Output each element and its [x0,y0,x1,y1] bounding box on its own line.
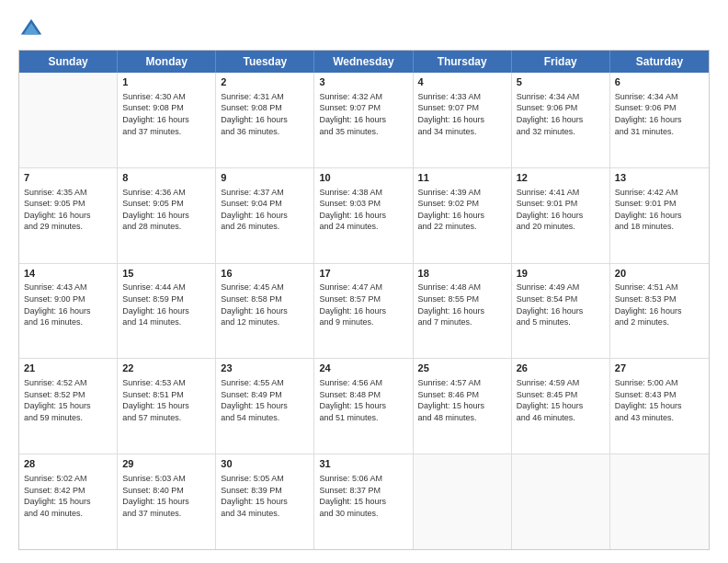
calendar-cell-day-20: 20Sunrise: 4:51 AM Sunset: 8:53 PM Dayli… [610,264,709,359]
calendar-cell-day-23: 23Sunrise: 4:55 AM Sunset: 8:49 PM Dayli… [216,359,314,454]
header-day-wednesday: Wednesday [314,51,413,73]
day-number: 10 [319,171,407,185]
cell-info: Sunrise: 4:45 AM Sunset: 8:58 PM Dayligh… [221,282,309,327]
cell-info: Sunrise: 4:41 AM Sunset: 9:01 PM Dayligh… [517,187,605,233]
calendar-cell-empty [414,454,512,549]
cell-info: Sunrise: 4:57 AM Sunset: 8:46 PM Dayligh… [418,377,506,423]
day-number: 6 [615,75,704,89]
calendar-cell-day-7: 7Sunrise: 4:35 AM Sunset: 9:05 PM Daylig… [19,168,118,263]
calendar-cell-day-15: 15Sunrise: 4:44 AM Sunset: 8:59 PM Dayli… [118,264,216,359]
day-number: 24 [319,362,407,375]
calendar-cell-day-4: 4Sunrise: 4:33 AM Sunset: 9:07 PM Daylig… [414,73,512,167]
cell-info: Sunrise: 4:49 AM Sunset: 8:54 PM Dayligh… [517,282,605,327]
cell-info: Sunrise: 4:32 AM Sunset: 9:07 PM Dayligh… [319,91,407,137]
calendar-cell-day-3: 3Sunrise: 4:32 AM Sunset: 9:07 PM Daylig… [314,73,413,167]
cell-info: Sunrise: 4:44 AM Sunset: 8:59 PM Dayligh… [122,282,210,327]
calendar-cell-day-25: 25Sunrise: 4:57 AM Sunset: 8:46 PM Dayli… [414,359,512,454]
day-number: 17 [319,267,407,281]
day-number: 18 [418,267,506,281]
day-number: 1 [122,75,210,89]
cell-info: Sunrise: 4:43 AM Sunset: 9:00 PM Dayligh… [24,282,112,327]
day-number: 5 [517,75,605,89]
cell-info: Sunrise: 4:48 AM Sunset: 8:55 PM Dayligh… [418,282,506,327]
day-number: 31 [319,457,407,471]
cell-info: Sunrise: 4:37 AM Sunset: 9:04 PM Dayligh… [221,187,309,233]
day-number: 12 [517,171,605,185]
cell-info: Sunrise: 5:05 AM Sunset: 8:39 PM Dayligh… [221,473,309,519]
cell-info: Sunrise: 4:36 AM Sunset: 9:05 PM Dayligh… [122,187,210,233]
cell-info: Sunrise: 5:00 AM Sunset: 8:43 PM Dayligh… [615,377,704,423]
calendar: SundayMondayTuesdayWednesdayThursdayFrid… [18,50,710,550]
cell-info: Sunrise: 5:06 AM Sunset: 8:37 PM Dayligh… [319,473,407,519]
day-number: 8 [122,171,210,185]
calendar-cell-day-17: 17Sunrise: 4:47 AM Sunset: 8:57 PM Dayli… [314,264,413,359]
calendar-cell-day-6: 6Sunrise: 4:34 AM Sunset: 9:06 PM Daylig… [610,73,709,167]
calendar-body: 1Sunrise: 4:30 AM Sunset: 9:08 PM Daylig… [19,73,709,549]
cell-info: Sunrise: 5:03 AM Sunset: 8:40 PM Dayligh… [122,473,210,519]
calendar-cell-day-2: 2Sunrise: 4:31 AM Sunset: 9:08 PM Daylig… [216,73,314,167]
calendar-row-1: 1Sunrise: 4:30 AM Sunset: 9:08 PM Daylig… [19,73,709,168]
day-number: 20 [615,267,704,281]
cell-info: Sunrise: 4:35 AM Sunset: 9:05 PM Dayligh… [24,187,112,233]
day-number: 22 [122,362,210,375]
day-number: 15 [122,267,210,281]
calendar-cell-day-13: 13Sunrise: 4:42 AM Sunset: 9:01 PM Dayli… [610,168,709,263]
header-day-friday: Friday [512,51,610,73]
day-number: 2 [221,75,309,89]
calendar-cell-day-1: 1Sunrise: 4:30 AM Sunset: 9:08 PM Daylig… [118,73,216,167]
cell-info: Sunrise: 4:51 AM Sunset: 8:53 PM Dayligh… [615,282,704,327]
cell-info: Sunrise: 4:34 AM Sunset: 9:06 PM Dayligh… [615,91,704,137]
cell-info: Sunrise: 4:38 AM Sunset: 9:03 PM Dayligh… [319,187,407,233]
calendar-cell-day-22: 22Sunrise: 4:53 AM Sunset: 8:51 PM Dayli… [118,359,216,454]
day-number: 7 [24,171,112,185]
day-number: 26 [517,362,605,375]
cell-info: Sunrise: 4:52 AM Sunset: 8:52 PM Dayligh… [24,377,112,423]
day-number: 21 [24,362,112,375]
day-number: 3 [319,75,407,89]
calendar-cell-day-16: 16Sunrise: 4:45 AM Sunset: 8:58 PM Dayli… [216,264,314,359]
header-day-tuesday: Tuesday [216,51,314,73]
calendar-cell-day-5: 5Sunrise: 4:34 AM Sunset: 9:06 PM Daylig… [512,73,610,167]
calendar-cell-day-10: 10Sunrise: 4:38 AM Sunset: 9:03 PM Dayli… [314,168,413,263]
day-number: 27 [615,362,704,375]
cell-info: Sunrise: 4:31 AM Sunset: 9:08 PM Dayligh… [221,91,309,137]
cell-info: Sunrise: 4:55 AM Sunset: 8:49 PM Dayligh… [221,377,309,423]
header-day-monday: Monday [118,51,216,73]
day-number: 19 [517,267,605,281]
page: SundayMondayTuesdayWednesdayThursdayFrid… [0,0,728,563]
calendar-row-5: 28Sunrise: 5:02 AM Sunset: 8:42 PM Dayli… [19,454,709,549]
cell-info: Sunrise: 4:42 AM Sunset: 9:01 PM Dayligh… [615,187,704,233]
header-day-thursday: Thursday [414,51,512,73]
day-number: 30 [221,457,309,471]
calendar-cell-day-30: 30Sunrise: 5:05 AM Sunset: 8:39 PM Dayli… [216,454,314,549]
calendar-cell-day-8: 8Sunrise: 4:36 AM Sunset: 9:05 PM Daylig… [118,168,216,263]
day-number: 11 [418,171,506,185]
day-number: 28 [24,457,112,471]
cell-info: Sunrise: 4:59 AM Sunset: 8:45 PM Dayligh… [517,377,605,423]
logo-icon [18,17,44,42]
cell-info: Sunrise: 5:02 AM Sunset: 8:42 PM Dayligh… [24,473,112,519]
cell-info: Sunrise: 4:56 AM Sunset: 8:48 PM Dayligh… [319,377,407,423]
calendar-row-2: 7Sunrise: 4:35 AM Sunset: 9:05 PM Daylig… [19,168,709,264]
cell-info: Sunrise: 4:34 AM Sunset: 9:06 PM Dayligh… [517,91,605,137]
day-number: 14 [24,267,112,281]
day-number: 4 [418,75,506,89]
day-number: 25 [418,362,506,375]
day-number: 29 [122,457,210,471]
day-number: 23 [221,362,309,375]
calendar-header: SundayMondayTuesdayWednesdayThursdayFrid… [19,51,709,73]
cell-info: Sunrise: 4:30 AM Sunset: 9:08 PM Dayligh… [122,91,210,137]
day-number: 16 [221,267,309,281]
calendar-cell-day-26: 26Sunrise: 4:59 AM Sunset: 8:45 PM Dayli… [512,359,610,454]
day-number: 9 [221,171,309,185]
header-day-saturday: Saturday [610,51,709,73]
cell-info: Sunrise: 4:33 AM Sunset: 9:07 PM Dayligh… [418,91,506,137]
calendar-cell-day-21: 21Sunrise: 4:52 AM Sunset: 8:52 PM Dayli… [19,359,118,454]
calendar-cell-day-12: 12Sunrise: 4:41 AM Sunset: 9:01 PM Dayli… [512,168,610,263]
logo [18,17,48,42]
cell-info: Sunrise: 4:47 AM Sunset: 8:57 PM Dayligh… [319,282,407,327]
header-day-sunday: Sunday [19,51,118,73]
calendar-cell-day-19: 19Sunrise: 4:49 AM Sunset: 8:54 PM Dayli… [512,264,610,359]
day-number: 13 [615,171,704,185]
calendar-cell-day-14: 14Sunrise: 4:43 AM Sunset: 9:00 PM Dayli… [19,264,118,359]
